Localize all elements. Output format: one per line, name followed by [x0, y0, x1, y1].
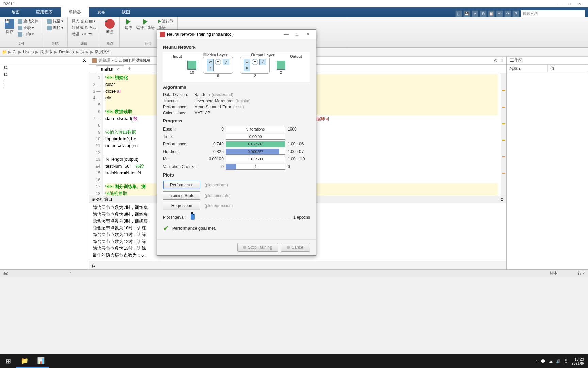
- qat-icon[interactable]: ⬚: [455, 10, 462, 17]
- save-icon[interactable]: 💾: [463, 10, 470, 17]
- minimize-button[interactable]: —: [554, 2, 564, 6]
- crumb-drive[interactable]: C:: [12, 50, 18, 55]
- progress-performance: Performance:0.7496.02e-071.00e-06: [163, 140, 310, 148]
- tab-close-icon[interactable]: ✕: [116, 67, 119, 71]
- col-name[interactable]: 名称 ▴: [507, 65, 548, 72]
- folder-icon[interactable]: 📁: [2, 50, 7, 55]
- crumb-demo[interactable]: 演示: [79, 49, 89, 55]
- tray-up-icon[interactable]: ^: [536, 359, 537, 363]
- progress-validation: Validation Checks:016: [163, 163, 310, 170]
- section-plots: Plots: [163, 172, 310, 178]
- help-icon[interactable]: ?: [512, 10, 519, 17]
- plot-interval-slider[interactable]: [190, 216, 290, 219]
- workspace-title: 工作区: [507, 57, 588, 65]
- volume-icon[interactable]: 🔊: [556, 359, 561, 364]
- cloud-icon[interactable]: ☁: [549, 359, 553, 364]
- breakpoints-button[interactable]: ●断点: [104, 18, 116, 41]
- pane-menu-icon[interactable]: ⊙: [82, 57, 87, 63]
- maximize-button[interactable]: □: [564, 2, 574, 6]
- file-tab[interactable]: main.m✕: [96, 65, 124, 73]
- print-button[interactable]: 打印 ▾: [17, 31, 39, 37]
- copy-icon[interactable]: ⎘: [480, 10, 487, 17]
- start-button[interactable]: ⊞: [0, 354, 16, 368]
- tab-view[interactable]: 视图: [114, 7, 138, 17]
- search-docs-input[interactable]: [521, 10, 585, 17]
- editor-scrollbar[interactable]: [501, 73, 506, 196]
- compare-button[interactable]: 比较 ▾: [17, 25, 39, 31]
- taskbar-matlab[interactable]: 📊: [33, 354, 49, 368]
- goto-icon: [47, 19, 52, 24]
- app-title: R2014b: [3, 2, 17, 6]
- clock[interactable]: 10:29 2021/6/: [571, 357, 584, 365]
- col-value[interactable]: 值: [548, 65, 588, 72]
- system-tray: ^ 💬 ☁ 🔊 英 10:29 2021/6/: [532, 357, 588, 365]
- findfiles-button[interactable]: 查找文件: [17, 18, 39, 24]
- matlab-icon: [160, 32, 165, 37]
- paste-icon[interactable]: 📋: [488, 10, 495, 17]
- file-item[interactable]: at: [0, 71, 89, 78]
- run-advance-button[interactable]: 运行并前进: [135, 18, 156, 41]
- tab-apps[interactable]: 应用程序: [28, 7, 61, 17]
- ribbon-quick-access: ⬚ 💾 ✂ ⎘ 📋 ↶ ↷ ?: [455, 10, 588, 17]
- ribbon-tabs: 绘图 应用程序 编辑器 发布 视图 ⬚ 💾 ✂ ⎘ 📋 ↶ ↷ ?: [0, 7, 588, 17]
- save-button[interactable]: 💾保存: [3, 18, 16, 41]
- indent-button[interactable]: 缩进 ⇥ ⇤ ⇆: [71, 31, 97, 37]
- network-diagram: Input Hidden Layer Output Layer Output 1…: [163, 52, 310, 82]
- cancel-icon: [287, 246, 290, 249]
- cancel-button[interactable]: Cancel: [281, 243, 310, 252]
- run-section-button[interactable]: 运行节: [158, 18, 174, 24]
- taskbar-explorer[interactable]: 📁: [16, 354, 33, 368]
- dialog-close-button[interactable]: ✕: [303, 32, 313, 37]
- close-button[interactable]: ✕: [574, 2, 585, 6]
- dialog-titlebar[interactable]: Neural Network Training (nntraintool) — …: [157, 30, 316, 39]
- comment-button[interactable]: 注释 % ‰ ‱: [71, 25, 97, 31]
- tab-publish[interactable]: 发布: [89, 7, 114, 17]
- dialog-minimize-button[interactable]: —: [281, 32, 292, 37]
- wechat-icon[interactable]: 💬: [541, 359, 545, 364]
- plot-performance-button[interactable]: Performance: [163, 181, 200, 189]
- crumb-desktop[interactable]: Desktop: [58, 50, 75, 55]
- crumb-user[interactable]: 周洪徹: [39, 49, 53, 55]
- file-item[interactable]: at: [0, 64, 89, 71]
- undo-icon[interactable]: ↶: [496, 10, 503, 17]
- dialog-maximize-button[interactable]: □: [292, 32, 303, 37]
- crumb-users[interactable]: Users: [22, 50, 35, 55]
- stop-icon: [243, 246, 246, 249]
- editor-menu-icon[interactable]: ⊙: [494, 58, 497, 63]
- section-algo: Algorithms: [163, 85, 310, 90]
- progress-mu: Mu:0.001001.00e-091.00e+10: [163, 155, 310, 163]
- stop-training-button[interactable]: Stop Training: [237, 243, 278, 252]
- function-bar[interactable]: fx: [89, 261, 506, 269]
- line-gutter: 12 —3 —4 —567 —8910 —11 —1213 —14 —15 —1…: [89, 73, 103, 196]
- file-item[interactable]: t: [0, 85, 89, 91]
- ime-indicator[interactable]: 英: [564, 359, 568, 364]
- tab-plot[interactable]: 绘图: [3, 7, 28, 17]
- section-nn: Neural Network: [163, 45, 310, 50]
- crumb-data[interactable]: 数据文件: [94, 49, 112, 55]
- tab-editor[interactable]: 编辑器: [61, 7, 89, 17]
- windows-taskbar: ⊞ 📁 📊 ^ 💬 ☁ 🔊 英 10:29 2021/6/: [0, 354, 588, 368]
- plot-regression-button[interactable]: Regression: [163, 202, 200, 210]
- goto-button[interactable]: 转至 ▾: [46, 18, 64, 24]
- editor-icon: [92, 58, 97, 63]
- slider-thumb[interactable]: [191, 214, 195, 220]
- redo-icon[interactable]: ↷: [504, 10, 511, 17]
- insert-button[interactable]: 插入 🖹 fx ▦ ▾: [71, 18, 97, 24]
- play-icon: [126, 19, 131, 25]
- run-button[interactable]: 运行: [123, 18, 133, 41]
- compare-icon: [18, 26, 22, 30]
- plot-trainingstate-button[interactable]: Training State: [163, 191, 200, 200]
- group-label: 文件: [3, 41, 39, 46]
- output-node-icon: [277, 61, 285, 70]
- workspace-pane: 工作区 名称 ▴ 值: [506, 57, 588, 269]
- play-advance-icon: [143, 19, 148, 25]
- editor-hint-text: 据即可: [316, 116, 330, 122]
- find-button[interactable]: 查找 ▾: [46, 25, 64, 31]
- nntraintool-dialog: Neural Network Training (nntraintool) — …: [157, 29, 316, 256]
- editor-close-icon[interactable]: ✕: [500, 58, 504, 63]
- file-item[interactable]: t: [0, 78, 89, 85]
- find-icon: [18, 19, 22, 24]
- new-tab-button[interactable]: +: [124, 64, 134, 73]
- cmdwin-menu-icon[interactable]: ⊙: [500, 197, 504, 202]
- cut-icon[interactable]: ✂: [472, 10, 478, 17]
